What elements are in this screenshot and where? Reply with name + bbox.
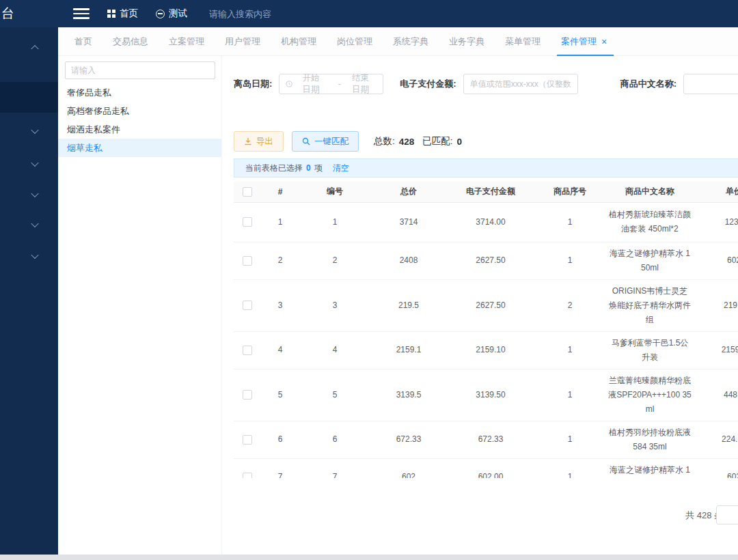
- date-start-placeholder: 开始日期: [303, 72, 327, 96]
- tab-item[interactable]: 交易信息: [111, 27, 150, 56]
- tab-item[interactable]: 立案管理: [167, 27, 206, 56]
- search-icon: [302, 137, 310, 145]
- sidebar-menu-item-collapsed[interactable]: [0, 214, 58, 236]
- tab-label: 机构管理: [281, 36, 316, 48]
- tree-search-input[interactable]: [65, 61, 215, 79]
- sidebar-menu-item-collapsed[interactable]: [0, 120, 58, 142]
- table-row: 66672.33672.331植村秀羽纱持妆粉底液 584 35ml224.11: [234, 421, 738, 458]
- cell-code: 5: [299, 369, 370, 421]
- tab-label: 首页: [74, 36, 92, 48]
- tree-item[interactable]: 高档奢侈品走私: [58, 102, 221, 120]
- cell-seq: 1: [534, 369, 605, 421]
- cell-unit: 602: [694, 458, 738, 478]
- tab-item[interactable]: 机构管理: [279, 27, 318, 56]
- column-header: 单价: [694, 182, 738, 202]
- table-row: 33219.52627.502ORIGINS韦博士灵芝焕能好底子精华水两件组21…: [234, 279, 738, 331]
- cell-seq: 1: [534, 242, 605, 279]
- cell-code: 1: [299, 202, 370, 242]
- epay-filter-label: 电子支付金额:: [400, 78, 456, 90]
- selection-count: 0: [306, 163, 311, 173]
- toolbar: 导出 一键匹配 总数: 428 已匹配: 0: [234, 131, 738, 152]
- tab-item[interactable]: 用户管理: [223, 27, 262, 56]
- row-checkbox-cell: [234, 331, 261, 369]
- export-button[interactable]: 导出: [234, 131, 284, 152]
- table-row: 442159.12159.101马爹利蓝带干邑1.5公升装2159.1: [234, 331, 738, 369]
- cell-name: 海蓝之谜修护精萃水 150ml: [605, 242, 694, 279]
- selection-suffix: 项: [314, 163, 323, 174]
- date-filter-label: 离岛日期:: [234, 78, 272, 90]
- selection-prefix: 当前表格已选择: [245, 163, 303, 174]
- tab-label: 用户管理: [225, 36, 260, 48]
- tree-item-selected[interactable]: 烟草走私: [58, 139, 221, 157]
- tab-item[interactable]: 系统字典: [392, 27, 430, 56]
- global-search-input[interactable]: [209, 9, 346, 19]
- nav-test[interactable]: 测试: [156, 8, 187, 20]
- cell-index: 2: [261, 242, 299, 279]
- sidebar-menu-item-expanded[interactable]: [0, 37, 58, 59]
- sidebar-menu-item-collapsed[interactable]: [0, 153, 58, 175]
- tab-bar: 首页交易信息立案管理用户管理机构管理岗位管理系统字典业务字典菜单管理案件管理×: [58, 27, 738, 56]
- cell-total: 2408: [370, 242, 447, 279]
- row-checkbox[interactable]: [243, 390, 252, 400]
- tab-label: 业务字典: [449, 36, 484, 48]
- cell-index: 7: [261, 458, 299, 478]
- cell-code: 7: [299, 458, 370, 478]
- cell-epay: 2159.10: [447, 331, 534, 369]
- sidebar-menu-item-collapsed[interactable]: [0, 184, 58, 206]
- tab-item[interactable]: 菜单管理: [504, 27, 542, 56]
- nav-home[interactable]: 首页: [107, 8, 138, 20]
- pagination-footer: 共 428 条: [234, 509, 738, 522]
- cell-total: 219.5: [370, 279, 447, 331]
- row-checkbox[interactable]: [243, 435, 252, 445]
- tab-item[interactable]: 首页: [73, 27, 94, 56]
- page-size-select[interactable]: [716, 505, 738, 524]
- cell-index: 3: [261, 279, 299, 331]
- row-checkbox[interactable]: [243, 256, 252, 266]
- date-range-picker[interactable]: 开始日期 - 结束日期: [279, 74, 383, 94]
- tab-item[interactable]: 岗位管理: [336, 27, 374, 56]
- cell-unit: 1238: [694, 202, 738, 242]
- row-checkbox[interactable]: [243, 217, 252, 227]
- cell-total: 3139.5: [370, 369, 447, 421]
- clock-icon: [286, 79, 292, 89]
- clear-selection-link[interactable]: 清空: [333, 163, 349, 174]
- cell-total: 2159.1: [370, 331, 447, 369]
- cell-unit: 448.5: [694, 369, 738, 421]
- column-header: 编号: [299, 182, 370, 202]
- cell-unit: 602: [694, 242, 738, 279]
- cell-epay: 3714.00: [447, 202, 534, 242]
- row-checkbox[interactable]: [243, 300, 252, 310]
- cell-name: 植村秀羽纱持妆粉底液 584 35ml: [605, 421, 694, 458]
- sidebar-menu-item-collapsed[interactable]: [0, 245, 58, 267]
- sidebar-menu-item-active[interactable]: [0, 82, 58, 113]
- row-checkbox-cell: [234, 242, 261, 279]
- chevron-down-icon: [31, 126, 38, 134]
- cell-index: 5: [261, 369, 299, 421]
- tree-item[interactable]: 奢侈品走私: [58, 83, 221, 102]
- tab-close-icon[interactable]: ×: [601, 37, 607, 46]
- cell-seq: 1: [534, 331, 605, 369]
- date-end-placeholder: 结束日期: [352, 72, 377, 96]
- name-filter-label: 商品中文名称:: [620, 78, 676, 90]
- row-checkbox[interactable]: [243, 346, 252, 355]
- select-all-checkbox[interactable]: [243, 187, 252, 197]
- main-panel: 离岛日期: 开始日期 - 结束日期 电子支付金额: 商品中文名称:: [226, 56, 738, 555]
- name-filter-input[interactable]: [683, 74, 738, 94]
- cell-code: 6: [299, 421, 370, 458]
- hamburger-menu-icon[interactable]: [73, 8, 90, 19]
- tab-active[interactable]: 案件管理×: [560, 27, 608, 56]
- match-button-label: 一键匹配: [314, 136, 348, 148]
- epay-filter-input[interactable]: [463, 74, 578, 94]
- tab-label: 交易信息: [113, 36, 148, 48]
- cell-epay: 602.00: [447, 458, 534, 478]
- total-label: 总数:: [374, 135, 395, 148]
- chevron-down-icon: [31, 159, 38, 167]
- tree-item[interactable]: 烟酒走私案件: [58, 120, 221, 139]
- tab-item[interactable]: 业务字典: [448, 27, 486, 56]
- one-click-match-button[interactable]: 一键匹配: [292, 131, 359, 152]
- nav-test-label: 测试: [169, 8, 187, 20]
- row-checkbox[interactable]: [243, 473, 252, 478]
- cell-seq: 2: [534, 279, 605, 331]
- chevron-up-icon: [31, 45, 38, 53]
- table-row: 77602602.001海蓝之谜修护精萃水 150ml602: [234, 458, 738, 478]
